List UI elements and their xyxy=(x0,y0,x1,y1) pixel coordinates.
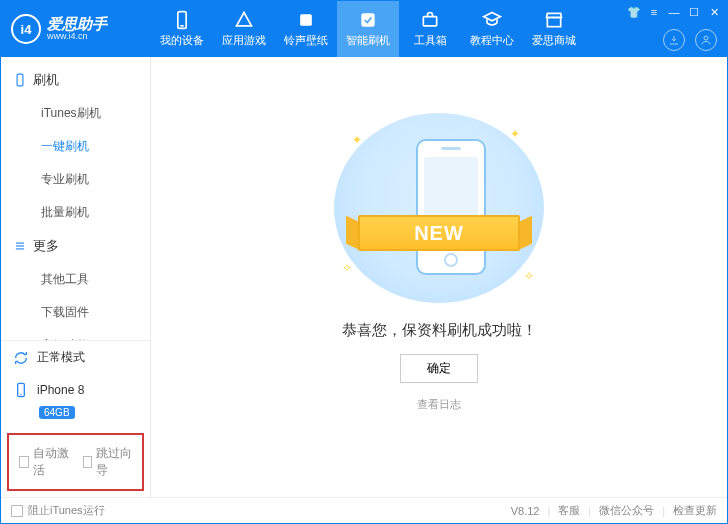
menu-icon[interactable]: ≡ xyxy=(647,5,661,19)
tutorial-icon xyxy=(482,10,502,30)
sidebar-item-other-tools[interactable]: 其他工具 xyxy=(1,263,150,296)
maximize-icon[interactable]: ☐ xyxy=(687,5,701,19)
sidebar-item-batch-flash[interactable]: 批量刷机 xyxy=(1,196,150,229)
view-log-link[interactable]: 查看日志 xyxy=(417,397,461,412)
refresh-icon xyxy=(13,350,29,366)
sidebar-item-download-firmware[interactable]: 下载固件 xyxy=(1,296,150,329)
close-icon[interactable]: ✕ xyxy=(707,5,721,19)
sparkle-icon: ✦ xyxy=(352,133,362,147)
body: 刷机 iTunes刷机 一键刷机 专业刷机 批量刷机 更多 其他工具 下载固件 … xyxy=(1,57,727,497)
store-icon xyxy=(544,10,564,30)
sidebar-section-flash[interactable]: 刷机 xyxy=(1,63,150,97)
success-message: 恭喜您，保资料刷机成功啦！ xyxy=(342,321,537,340)
sidebar-bottom: 正常模式 iPhone 8 64GB 自动激活 xyxy=(1,340,150,497)
device-name: iPhone 8 xyxy=(37,383,84,397)
footer-link-wechat[interactable]: 微信公众号 xyxy=(599,503,654,518)
auto-activate-checkbox[interactable]: 自动激活 xyxy=(19,445,69,479)
nav-label: 应用游戏 xyxy=(222,33,266,48)
block-itunes-label: 阻止iTunes运行 xyxy=(28,503,105,518)
skin-icon[interactable]: 👕 xyxy=(627,5,641,19)
svg-rect-5 xyxy=(547,18,560,27)
nav-store[interactable]: 爱思商城 xyxy=(523,1,585,57)
brand-name: 爱思助手 xyxy=(47,16,107,33)
title-bar: i4 爱思助手 www.i4.cn 我的设备 应用游戏 铃声壁纸 智能刷机 xyxy=(1,1,727,57)
checkbox-icon xyxy=(19,456,29,468)
skip-guide-checkbox[interactable]: 跳过向导 xyxy=(83,445,133,479)
logo-ring-icon: i4 xyxy=(11,14,41,44)
device-mode-label: 正常模式 xyxy=(37,349,85,366)
nav-label: 智能刷机 xyxy=(346,33,390,48)
account-button[interactable] xyxy=(695,29,717,51)
footer-link-support[interactable]: 客服 xyxy=(558,503,580,518)
flash-icon xyxy=(358,10,378,30)
nav-flash[interactable]: 智能刷机 xyxy=(337,1,399,57)
header-right-actions xyxy=(663,29,717,51)
nav-label: 铃声壁纸 xyxy=(284,33,328,48)
device-row[interactable]: iPhone 8 xyxy=(1,374,150,406)
nav-my-device[interactable]: 我的设备 xyxy=(151,1,213,57)
checkbox-icon xyxy=(11,505,23,517)
sparkle-icon: ✦ xyxy=(510,127,520,141)
svg-rect-7 xyxy=(17,74,23,86)
download-button[interactable] xyxy=(663,29,685,51)
nav-label: 我的设备 xyxy=(160,33,204,48)
new-ribbon: NEW xyxy=(348,209,530,259)
brand-url: www.i4.cn xyxy=(47,32,107,42)
ribbon-text: NEW xyxy=(358,215,520,251)
top-nav: 我的设备 应用游戏 铃声壁纸 智能刷机 工具箱 教程中心 xyxy=(151,1,585,57)
activation-options-highlight: 自动激活 跳过向导 xyxy=(7,433,144,491)
version-label: V8.12 xyxy=(511,505,540,517)
app-window: i4 爱思助手 www.i4.cn 我的设备 应用游戏 铃声壁纸 智能刷机 xyxy=(0,0,728,524)
ok-button[interactable]: 确定 xyxy=(400,354,478,383)
block-itunes-checkbox[interactable]: 阻止iTunes运行 xyxy=(11,503,105,518)
section-title: 更多 xyxy=(33,237,59,255)
apps-icon xyxy=(234,10,254,30)
sidebar-item-itunes-flash[interactable]: iTunes刷机 xyxy=(1,97,150,130)
checkbox-icon xyxy=(83,456,93,468)
ringtone-icon xyxy=(296,10,316,30)
nav-label: 教程中心 xyxy=(470,33,514,48)
window-controls: 👕 ≡ — ☐ ✕ xyxy=(627,5,721,19)
nav-ringtone[interactable]: 铃声壁纸 xyxy=(275,1,337,57)
nav-toolbox[interactable]: 工具箱 xyxy=(399,1,461,57)
minimize-icon[interactable]: — xyxy=(667,5,681,19)
storage-badge: 64GB xyxy=(39,406,75,419)
nav-label: 工具箱 xyxy=(414,33,447,48)
skip-guide-label: 跳过向导 xyxy=(96,445,132,479)
sparkle-icon: ✧ xyxy=(524,269,534,283)
status-bar: 阻止iTunes运行 V8.12 | 客服 | 微信公众号 | 检查更新 xyxy=(1,497,727,523)
device-mode-row[interactable]: 正常模式 xyxy=(1,341,150,374)
svg-rect-2 xyxy=(300,14,312,26)
device-phone-icon xyxy=(13,382,29,398)
brand-logo: i4 爱思助手 www.i4.cn xyxy=(1,14,151,44)
nav-label: 爱思商城 xyxy=(532,33,576,48)
section-title: 刷机 xyxy=(33,71,59,89)
sidebar-item-advanced[interactable]: 高级功能 xyxy=(1,329,150,340)
sidebar-item-oneclick-flash[interactable]: 一键刷机 xyxy=(1,130,150,163)
download-icon xyxy=(668,34,680,46)
auto-activate-label: 自动激活 xyxy=(33,445,69,479)
menu-lines-icon xyxy=(13,239,27,253)
phone-outline-icon xyxy=(13,73,27,87)
main-content: ✦ ✦ ✧ ✧ NEW 恭喜您，保资料刷机成功啦！ 确定 查看日志 xyxy=(151,57,727,497)
nav-tutorial[interactable]: 教程中心 xyxy=(461,1,523,57)
footer-link-update[interactable]: 检查更新 xyxy=(673,503,717,518)
phone-icon xyxy=(172,10,192,30)
sidebar-item-pro-flash[interactable]: 专业刷机 xyxy=(1,163,150,196)
svg-point-6 xyxy=(704,36,708,40)
sidebar-section-more[interactable]: 更多 xyxy=(1,229,150,263)
user-icon xyxy=(700,34,712,46)
sparkle-icon: ✧ xyxy=(342,261,352,275)
svg-rect-4 xyxy=(423,17,436,26)
success-illustration: ✦ ✦ ✧ ✧ NEW xyxy=(334,113,544,303)
sidebar: 刷机 iTunes刷机 一键刷机 专业刷机 批量刷机 更多 其他工具 下载固件 … xyxy=(1,57,151,497)
nav-apps[interactable]: 应用游戏 xyxy=(213,1,275,57)
toolbox-icon xyxy=(420,10,440,30)
svg-rect-3 xyxy=(361,13,374,26)
